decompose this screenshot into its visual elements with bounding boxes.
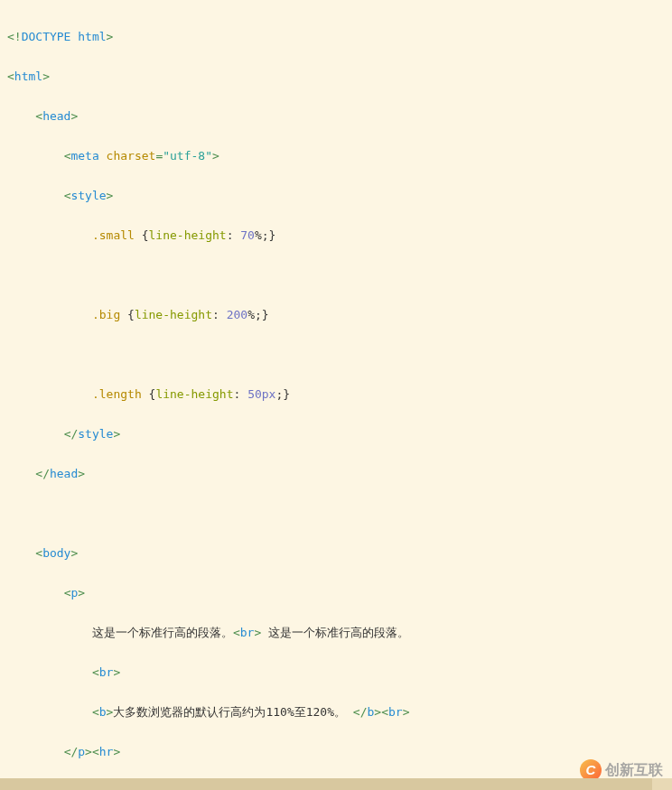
code-line: </head>: [7, 464, 672, 484]
code-line: [7, 504, 672, 524]
code-line: .length {line-height: 50px;}: [7, 385, 672, 404]
code-line: </p><hr>: [7, 742, 672, 762]
code-line: <meta charset="utf-8">: [7, 146, 672, 166]
css-value: 200: [227, 308, 247, 321]
code-line: 这是一个标准行高的段落。<br> 这是一个标准行高的段落。: [7, 623, 672, 643]
css-value: 50px: [247, 387, 275, 401]
watermark-text: 创新互联: [605, 760, 663, 780]
code-block: <!<!DOCTYPE html>DOCTYPE html> <html> <h…: [7, 7, 672, 790]
attr-value: "utf-8": [163, 149, 212, 163]
text-content: 大多数浏览器的默认行高约为110%至120%。: [113, 705, 352, 719]
style-tag: style: [70, 189, 106, 202]
scrollbar-thumb[interactable]: [0, 778, 652, 790]
text-content: 这是一个标准行高的段落。: [92, 626, 233, 639]
code-line: <style>: [7, 186, 672, 206]
code-line: <b>大多数浏览器的默认行高约为110%至120%。 </b><br>: [7, 702, 672, 722]
code-line: <!<!DOCTYPE html>DOCTYPE html>: [7, 27, 672, 47]
attr-charset: charset: [107, 149, 156, 163]
code-line: <head>: [7, 107, 672, 126]
css-selector: .small: [92, 228, 135, 242]
meta-tag: meta: [70, 149, 98, 163]
body-tag: body: [42, 546, 70, 560]
horizontal-scrollbar[interactable]: [0, 778, 672, 790]
css-prop: line-height: [155, 387, 233, 401]
css-selector: .big: [92, 308, 120, 321]
code-line: <body>: [7, 544, 672, 563]
code-line: <p>: [7, 583, 672, 603]
code-line: <html>: [7, 67, 672, 87]
code-line: <br>: [7, 663, 672, 683]
code-line: .small {line-height: 70%;}: [7, 226, 672, 246]
html-tag: html: [14, 70, 42, 83]
css-selector: .length: [92, 387, 142, 401]
css-prop: line-height: [135, 308, 212, 321]
code-line: [7, 345, 672, 365]
css-prop: line-height: [149, 228, 227, 242]
code-line: </style>: [7, 424, 672, 444]
css-value: 70: [240, 228, 255, 242]
head-tag: head: [42, 109, 70, 123]
code-line: .big {line-height: 200%;}: [7, 305, 672, 325]
code-line: [7, 265, 672, 285]
